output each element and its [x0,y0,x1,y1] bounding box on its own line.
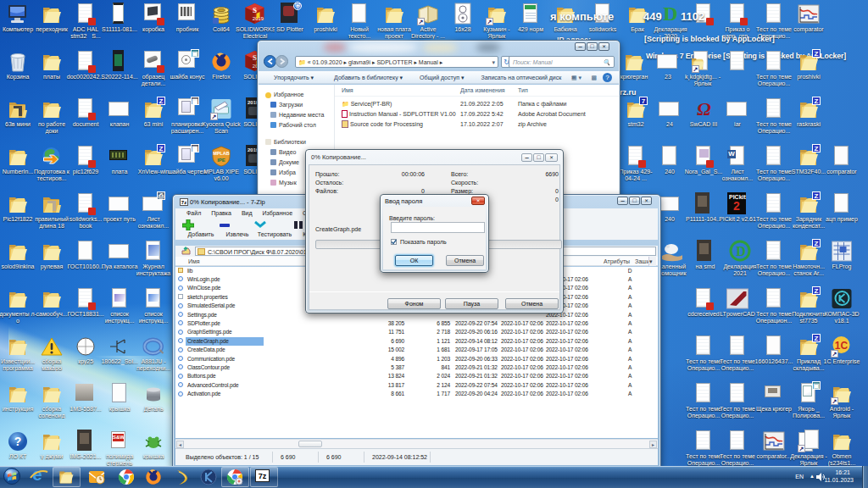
svg-text:D: D [663,3,677,25]
svg-text:?: ? [14,435,22,448]
svg-text:Ω: Ω [697,98,711,119]
svg-text:IPE: IPE [217,158,225,163]
svg-text:S: S [253,6,257,14]
svg-text:D: D [736,244,746,258]
svg-text:MPLAB: MPLAB [213,151,230,156]
